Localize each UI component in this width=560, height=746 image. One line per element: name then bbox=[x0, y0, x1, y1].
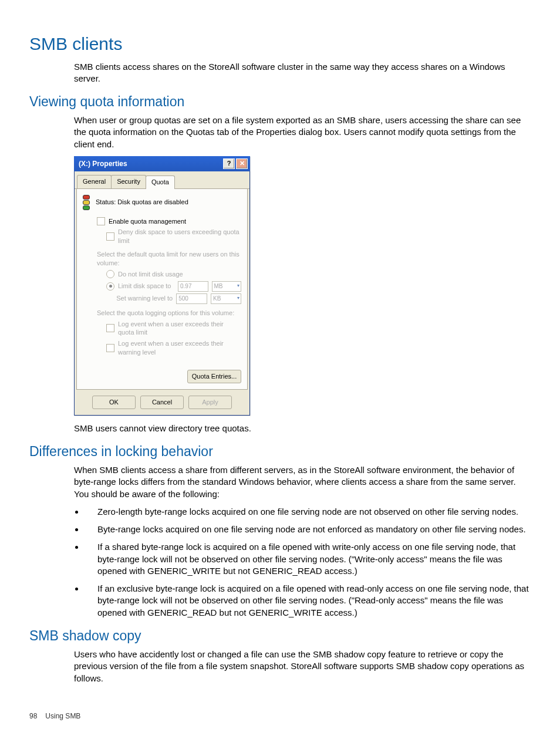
default-limit-label: Select the default quota limit for new u… bbox=[97, 250, 241, 268]
heading-viewing-quota: Viewing quota information bbox=[29, 93, 531, 111]
heading-shadow-copy: SMB shadow copy bbox=[29, 627, 531, 645]
close-button[interactable]: ✕ bbox=[236, 158, 248, 169]
list-item: If an exclusive byte-range lock is acqui… bbox=[85, 583, 531, 619]
limit-unit-value: MB bbox=[214, 282, 223, 291]
limit-radio[interactable] bbox=[106, 282, 114, 291]
limit-value-input[interactable]: 0.97 bbox=[178, 281, 208, 292]
diff-bullet-list: Zero-length byte-range locks acquired on… bbox=[74, 506, 531, 619]
list-item: Zero-length byte-range locks acquired on… bbox=[85, 506, 531, 518]
page-footer: 98 Using SMB bbox=[29, 711, 531, 721]
log-quota-label: Log event when a user exceeds their quot… bbox=[118, 320, 241, 337]
paragraph-viewing-quota: When user or group quotas are set on a f… bbox=[74, 114, 531, 150]
deny-space-checkbox[interactable] bbox=[106, 232, 114, 241]
properties-dialog: (X:) Properties ? ✕ General Security Quo… bbox=[74, 156, 250, 416]
log-warn-label: Log event when a user exceeds their warn… bbox=[118, 339, 241, 357]
apply-button[interactable]: Apply bbox=[188, 396, 232, 409]
warn-value-input[interactable]: 500 bbox=[176, 293, 207, 304]
warn-unit-value: KB bbox=[213, 295, 221, 303]
dialog-titlebar: (X:) Properties ? ✕ bbox=[74, 156, 250, 171]
tab-general[interactable]: General bbox=[77, 175, 112, 188]
log-warn-checkbox[interactable] bbox=[106, 344, 114, 352]
tab-quota[interactable]: Quota bbox=[146, 175, 175, 189]
heading-locking-behavior: Differences in locking behavior bbox=[29, 443, 531, 461]
limit-label: Limit disk space to bbox=[118, 282, 174, 291]
list-item: Byte-range locks acquired on one file se… bbox=[85, 524, 531, 535]
paragraph-after-dialog: SMB users cannot view directory tree quo… bbox=[74, 423, 531, 434]
logging-label: Select the quota logging options for thi… bbox=[97, 309, 241, 318]
cancel-button[interactable]: Cancel bbox=[140, 396, 184, 409]
tab-strip: General Security Quota bbox=[75, 171, 249, 189]
enable-quota-label: Enable quota management bbox=[109, 217, 186, 226]
no-limit-label: Do not limit disk usage bbox=[118, 270, 183, 279]
paragraph-shadow-copy: Users who have accidently lost or change… bbox=[74, 649, 531, 684]
log-quota-checkbox[interactable] bbox=[106, 324, 114, 332]
page-number: 98 bbox=[29, 711, 37, 721]
tab-security[interactable]: Security bbox=[111, 175, 146, 188]
warn-label: Set warning level to bbox=[116, 294, 173, 303]
chevron-down-icon: ▾ bbox=[237, 283, 239, 289]
traffic-light-icon bbox=[83, 195, 91, 210]
deny-space-label: Deny disk space to users exceeding quota… bbox=[118, 228, 241, 245]
section-name: Using SMB bbox=[45, 711, 80, 721]
no-limit-radio[interactable] bbox=[106, 270, 114, 278]
quota-tab-panel: Status: Disk quotas are disabled Enable … bbox=[76, 189, 248, 390]
paragraph-smb-intro: SMB clients access shares on the StoreAl… bbox=[74, 61, 531, 85]
status-text: Status: Disk quotas are disabled bbox=[96, 198, 188, 207]
ok-button[interactable]: OK bbox=[92, 396, 136, 409]
warn-unit-combo[interactable]: KB ▾ bbox=[211, 293, 241, 304]
help-button[interactable]: ? bbox=[223, 158, 235, 169]
quota-entries-button[interactable]: Quota Entries... bbox=[187, 370, 241, 383]
list-item: If a shared byte-range lock is acquired … bbox=[85, 541, 531, 577]
limit-unit-combo[interactable]: MB ▾ bbox=[212, 281, 242, 292]
enable-quota-checkbox[interactable] bbox=[97, 217, 105, 225]
chevron-down-icon: ▾ bbox=[237, 295, 239, 302]
dialog-title: (X:) Properties bbox=[79, 159, 127, 168]
paragraph-diff-intro: When SMB clients access a share from dif… bbox=[74, 464, 531, 500]
heading-smb-clients: SMB clients bbox=[29, 32, 531, 56]
